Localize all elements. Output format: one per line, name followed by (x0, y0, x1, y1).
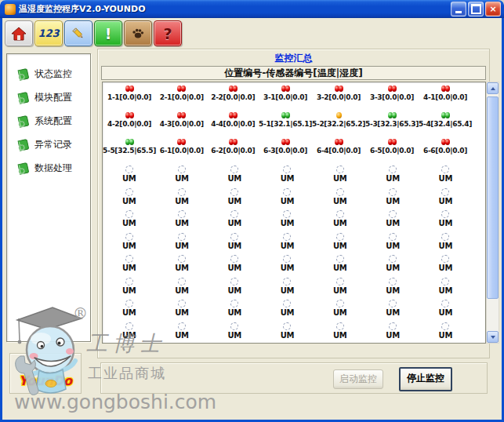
um-cell[interactable]: UM (419, 275, 472, 297)
um-cell[interactable]: UM (314, 207, 366, 230)
um-cell[interactable]: UM (261, 252, 314, 275)
um-cell[interactable]: UM (155, 185, 208, 208)
um-cell[interactable]: UM (103, 252, 155, 275)
edit-button[interactable] (64, 20, 92, 46)
um-cell[interactable]: UM (419, 162, 472, 185)
um-cell[interactable]: UM (208, 162, 261, 185)
sensor-cell[interactable]: 6-1[0.0|0.0] (156, 136, 208, 162)
um-cell[interactable]: UM (261, 162, 314, 185)
sensor-cell[interactable]: 2-1[0.0|0.0] (156, 82, 208, 109)
um-cell[interactable]: UM (103, 341, 155, 344)
paw-button[interactable] (124, 20, 152, 46)
um-cell[interactable]: UM (208, 230, 261, 253)
um-cell[interactable]: UM (314, 252, 366, 275)
um-cell[interactable]: UM (261, 319, 314, 342)
um-cell[interactable]: UM (419, 185, 472, 208)
scroll-down-button[interactable] (487, 331, 499, 343)
um-cell[interactable]: UM (155, 162, 208, 185)
um-cell[interactable]: UM (366, 296, 419, 319)
um-cell[interactable]: UM (103, 230, 155, 253)
sensor-cell[interactable]: 4-2[0.0|0.0] (103, 109, 156, 136)
sidebar-item[interactable]: 状态监控 (7, 62, 90, 85)
sensor-cell[interactable]: 3-2[0.0|0.0] (312, 82, 365, 109)
um-cell[interactable]: UM (155, 319, 208, 342)
sidebar-item[interactable]: 异常记录 (7, 133, 90, 156)
um-cell[interactable]: UM (314, 230, 366, 253)
sensor-cell[interactable]: 4-3[0.0|0.0] (156, 109, 208, 136)
um-cell[interactable]: UM (155, 230, 208, 253)
um-cell[interactable]: UM (366, 275, 419, 297)
sensor-cell[interactable]: 5-3[32.3|65.3] (365, 109, 419, 136)
sensor-cell[interactable]: 5-5[32.5|65.5] (103, 136, 156, 162)
um-cell[interactable]: UM (208, 319, 261, 342)
um-cell[interactable]: UM (366, 341, 419, 344)
um-cell[interactable]: UM (103, 207, 155, 230)
sidebar-item[interactable]: 模块配置 (7, 85, 90, 109)
um-cell[interactable]: UM (103, 185, 155, 208)
sensor-cell[interactable]: 6-4[0.0|0.0] (312, 136, 365, 162)
sensor-list[interactable]: 1-1[0.0|0.0] 2-1[0.0|0.0] 2-2[0.0|0.0] 3… (102, 82, 486, 344)
um-cell[interactable]: UM (419, 230, 472, 253)
home-button[interactable] (5, 20, 33, 46)
um-cell[interactable]: UM (155, 207, 208, 230)
um-cell[interactable]: UM (314, 275, 366, 297)
um-cell[interactable]: UM (208, 296, 261, 319)
um-cell[interactable]: UM (366, 319, 419, 342)
um-cell[interactable]: UM (419, 207, 472, 230)
maximize-button[interactable] (468, 2, 484, 16)
um-cell[interactable]: UM (419, 296, 472, 319)
um-cell[interactable]: UM (208, 341, 261, 344)
data-button[interactable]: 123 (34, 20, 63, 46)
um-cell[interactable]: UM (419, 319, 472, 342)
um-cell[interactable]: UM (208, 252, 261, 275)
sensor-cell[interactable]: 4-1[0.0|0.0] (419, 82, 472, 109)
um-cell[interactable]: UM (314, 319, 366, 342)
um-cell[interactable]: UM (103, 275, 155, 297)
um-cell[interactable]: UM (103, 162, 155, 185)
um-cell[interactable]: UM (208, 275, 261, 297)
um-cell[interactable]: UM (208, 185, 261, 208)
tab-monitor-summary[interactable]: 监控汇总 (98, 52, 489, 65)
sensor-cell[interactable]: 5-2[32.2|65.2] (312, 109, 365, 136)
um-cell[interactable]: UM (419, 252, 472, 275)
sensor-cell[interactable]: 6-6[0.0|0.0] (419, 136, 472, 162)
um-cell[interactable]: UM (261, 275, 314, 297)
sidebar-item[interactable]: 数据处理 (7, 156, 90, 180)
close-button[interactable]: × (485, 2, 501, 16)
sensor-cell[interactable]: 3-3[0.0|0.0] (365, 82, 419, 109)
sidebar-item[interactable]: 系统配置 (7, 109, 90, 133)
um-cell[interactable]: UM (419, 341, 472, 344)
um-cell[interactable]: UM (261, 230, 314, 253)
um-cell[interactable]: UM (366, 252, 419, 275)
um-cell[interactable]: UM (208, 207, 261, 230)
stop-monitoring-button[interactable]: 停止监控 (399, 367, 452, 391)
um-cell[interactable]: UM (103, 296, 155, 319)
vertical-scrollbar[interactable] (486, 82, 499, 344)
scrollbar-thumb[interactable] (487, 96, 499, 299)
um-cell[interactable]: UM (103, 319, 155, 342)
um-cell[interactable]: UM (261, 296, 314, 319)
um-cell[interactable]: UM (314, 162, 366, 185)
um-cell[interactable]: UM (366, 162, 419, 185)
sensor-cell[interactable]: 6-5[0.0|0.0] (365, 136, 419, 162)
sensor-cell[interactable]: 4-4[0.0|0.0] (208, 109, 259, 136)
um-cell[interactable]: UM (366, 230, 419, 253)
minimize-button[interactable] (451, 2, 466, 16)
sensor-cell[interactable]: 1-1[0.0|0.0] (103, 82, 156, 109)
um-cell[interactable]: UM (155, 296, 208, 319)
sensor-cell[interactable]: 2-2[0.0|0.0] (208, 82, 259, 109)
um-cell[interactable]: UM (155, 252, 208, 275)
um-cell[interactable]: UM (366, 185, 419, 208)
sensor-cell[interactable]: 5-1[32.1|65.1] (259, 109, 312, 136)
sensor-cell[interactable]: 6-3[0.0|0.0] (259, 136, 312, 162)
um-cell[interactable]: UM (261, 185, 314, 208)
sensor-cell[interactable]: 3-1[0.0|0.0] (259, 82, 312, 109)
title-bar[interactable]: 温湿度监控程序V2.0-YOUNDO × (0, 0, 504, 18)
sensor-cell[interactable]: 6-2[0.0|0.0] (208, 136, 259, 162)
um-cell[interactable]: UM (314, 296, 366, 319)
um-cell[interactable]: UM (366, 207, 419, 230)
start-monitoring-button[interactable]: 启动监控 (333, 369, 383, 389)
help-button[interactable]: ? (154, 20, 182, 46)
um-cell[interactable]: UM (155, 275, 208, 297)
um-cell[interactable]: UM (314, 341, 366, 344)
